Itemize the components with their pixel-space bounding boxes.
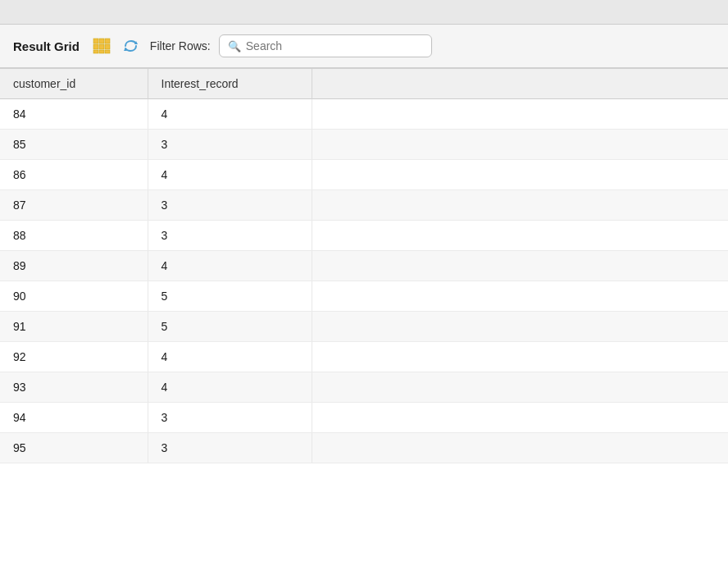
cell-interest-record: 4 (148, 99, 312, 130)
svg-rect-8 (105, 50, 110, 53)
cell-customer-id: 87 (0, 190, 148, 221)
search-input[interactable] (246, 39, 423, 52)
table-row: 844 (0, 99, 728, 130)
table-row: 953 (0, 433, 728, 463)
table-row: 864 (0, 160, 728, 190)
cell-interest-record: 3 (148, 130, 312, 160)
grid-icon[interactable] (91, 37, 112, 55)
svg-rect-6 (93, 50, 98, 53)
cell-interest-record: 5 (148, 312, 312, 342)
cell-customer-id: 92 (0, 342, 148, 372)
search-icon: 🔍 (228, 40, 241, 52)
cell-customer-id: 91 (0, 312, 148, 342)
cell-empty (312, 281, 728, 312)
cell-interest-record: 3 (148, 190, 312, 221)
cell-customer-id: 89 (0, 251, 148, 281)
svg-rect-2 (105, 39, 110, 43)
table-row: 853 (0, 130, 728, 160)
cell-empty (312, 312, 728, 342)
cell-customer-id: 85 (0, 130, 148, 160)
table-row: 915 (0, 312, 728, 342)
table-row: 883 (0, 221, 728, 251)
table-row: 873 (0, 190, 728, 221)
cell-customer-id: 95 (0, 433, 148, 463)
cell-interest-record: 5 (148, 281, 312, 312)
cell-customer-id: 88 (0, 221, 148, 251)
cell-customer-id: 93 (0, 372, 148, 403)
cell-interest-record: 4 (148, 251, 312, 281)
cell-empty (312, 221, 728, 251)
cell-empty (312, 251, 728, 281)
col-header-customer-id: customer_id (0, 69, 148, 99)
result-table: customer_id Interest_record 844853864873… (0, 69, 728, 463)
svg-rect-5 (105, 44, 110, 49)
table-row: 924 (0, 342, 728, 372)
cell-interest-record: 4 (148, 342, 312, 372)
cell-empty (312, 190, 728, 221)
svg-rect-0 (93, 39, 98, 43)
cell-empty (312, 403, 728, 433)
svg-rect-1 (99, 39, 104, 43)
cell-customer-id: 94 (0, 403, 148, 433)
filter-rows-label: Filter Rows: (150, 39, 211, 52)
cell-empty (312, 372, 728, 403)
cell-customer-id: 86 (0, 160, 148, 190)
cell-interest-record: 3 (148, 403, 312, 433)
svg-rect-3 (93, 44, 98, 49)
cell-empty (312, 342, 728, 372)
result-grid-title: Result Grid (13, 39, 80, 53)
svg-rect-4 (99, 44, 104, 49)
table-row: 934 (0, 372, 728, 403)
table-row: 905 (0, 281, 728, 312)
cell-interest-record: 3 (148, 433, 312, 463)
cell-empty (312, 160, 728, 190)
cell-empty (312, 99, 728, 130)
toolbar: Result Grid Filter Rows: 🔍 (0, 25, 728, 68)
table-row: 943 (0, 403, 728, 433)
cell-interest-record: 3 (148, 221, 312, 251)
refresh-icon[interactable] (121, 37, 142, 55)
cell-empty (312, 433, 728, 463)
table-header-row: customer_id Interest_record (0, 69, 728, 99)
top-bar (0, 0, 728, 25)
cell-customer-id: 84 (0, 99, 148, 130)
search-box[interactable]: 🔍 (219, 34, 432, 57)
cell-interest-record: 4 (148, 160, 312, 190)
table-row: 894 (0, 251, 728, 281)
svg-rect-7 (99, 50, 104, 53)
col-header-interest-record: Interest_record (148, 69, 312, 99)
cell-empty (312, 130, 728, 160)
cell-interest-record: 4 (148, 372, 312, 403)
cell-customer-id: 90 (0, 281, 148, 312)
col-header-empty (312, 69, 728, 99)
